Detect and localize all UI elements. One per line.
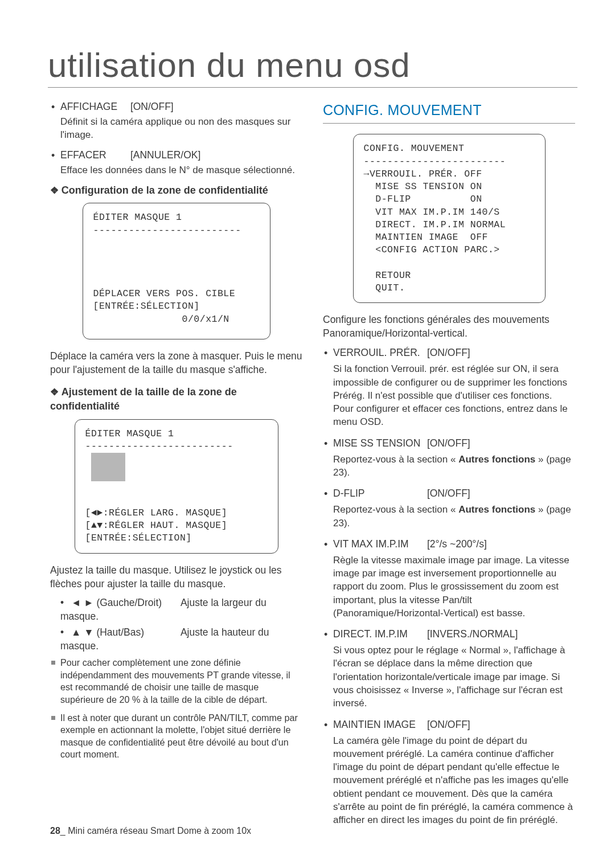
option-value: [ON/OFF]	[427, 718, 470, 732]
page-footer: 28_ Mini caméra réseau Smart Dome à zoom…	[50, 826, 251, 836]
opt-dflip: D-FLIP [ON/OFF]	[323, 487, 575, 501]
control-row: ◄ ► (Gauche/Droit) Ajuste la largeur du …	[50, 596, 302, 624]
osd-row: <CONFIG ACTION PARC.>	[364, 244, 500, 255]
option-value: [ON/OFF]	[130, 100, 174, 114]
ref-pre: Reportez-vous à la section «	[333, 454, 458, 465]
opt-verrouil: VERROUIL. PRÉR. [ON/OFF]	[323, 346, 575, 360]
option-desc: Définit si la caméra applique ou non des…	[60, 115, 302, 142]
osd-box-edit-mask-move: ÉDITER MASQUE 1 ------------------------…	[83, 203, 270, 339]
osd-sep: ------------------------	[364, 156, 506, 167]
option-value: [2°/s ~200°/s]	[427, 538, 487, 551]
footer-sep: _	[60, 826, 65, 836]
section-intro: Configure les fonctions générales des mo…	[323, 313, 575, 341]
opt-mise-ss-tension: MISE SS TENSION [ON/OFF]	[323, 437, 575, 451]
page-number: 28	[50, 826, 60, 836]
option-desc: Règle la vitesse maximale image par imag…	[333, 554, 575, 620]
opt-affichage: AFFICHAGE [ON/OFF]	[50, 100, 302, 114]
osd-box-edit-mask-size: ÉDITER MASQUE 1 ------------------------…	[75, 419, 278, 554]
option-name: MISE SS TENSION	[333, 437, 424, 451]
footer-text: Mini caméra réseau Smart Dome à zoom 10x	[68, 826, 251, 836]
osd-line: [▲▼:RÉGLER HAUT. MASQUE]	[85, 520, 228, 531]
option-desc: Reportez-vous à la section « Autres fonc…	[333, 453, 575, 480]
option-desc: La caméra gèle l'image du point de dépar…	[333, 734, 575, 827]
osd-box-config-mouvement: CONFIG. MOUVEMENT ----------------------…	[353, 134, 546, 303]
right-column: CONFIG. MOUVEMENT CONFIG. MOUVEMENT ----…	[323, 100, 575, 835]
mask-preview-icon	[91, 453, 125, 481]
option-value: [INVERS./NORMAL]	[427, 628, 518, 641]
note-item: Pour cacher complètement une zone défini…	[50, 657, 302, 706]
option-name: D-FLIP	[333, 487, 424, 501]
opt-vitmax: VIT MAX IM.P.IM [2°/s ~200°/s]	[323, 538, 575, 551]
option-value: [ON/OFF]	[427, 487, 470, 501]
control-keys: ◄ ► (Gauche/Droit)	[71, 596, 178, 610]
osd-line: DÉPLACER VERS POS. CIBLE	[93, 288, 236, 299]
control-keys: ▲ ▼ (Haut/Bas)	[71, 626, 178, 640]
osd-line: [ENTRÉE:SÉLECTION]	[85, 533, 192, 543]
opt-effacer: EFFACER [ANNULER/OK]	[50, 149, 302, 162]
subsection-title: Ajustement de la taille de la zone de co…	[50, 385, 302, 413]
page-title: utilisation du menu osd	[48, 46, 577, 88]
ref-bold: Autres fonctions	[458, 504, 535, 515]
osd-line: 0/0/x1/N	[93, 314, 229, 325]
osd-line: [◄►:RÉGLER LARG. MASQUE]	[85, 507, 228, 518]
opt-direct: DIRECT. IM.P.IM [INVERS./NORMAL]	[323, 628, 575, 641]
option-name: DIRECT. IM.P.IM	[333, 628, 424, 641]
option-desc: Reportez-vous à la section « Autres fonc…	[333, 503, 575, 530]
osd-row: MAINTIEN IMAGE OFF	[364, 232, 488, 243]
osd-row: D-FLIP ON	[364, 194, 482, 204]
option-name: VERROUIL. PRÉR.	[333, 346, 424, 360]
option-name: MAINTIEN IMAGE	[333, 718, 424, 732]
osd-sep: -------------------------	[85, 441, 233, 452]
option-desc: Efface les données dans le N° de masque …	[60, 163, 302, 177]
osd-row: QUIT.	[364, 282, 405, 293]
osd-row: VIT MAX IM.P.IM 140/S	[364, 207, 500, 218]
option-name: VIT MAX IM.P.IM	[333, 538, 424, 551]
osd-line: [ENTRÉE:SÉLECTION]	[93, 301, 200, 312]
opt-maintien: MAINTIEN IMAGE [ON/OFF]	[323, 718, 575, 732]
note-item: Il est à noter que durant un contrôle PA…	[50, 712, 302, 761]
osd-desc: Ajustez la taille du masque. Utilisez le…	[50, 564, 302, 591]
osd-desc: Déplace la caméra vers la zone à masquer…	[50, 350, 302, 377]
control-row: ▲ ▼ (Haut/Bas) Ajuste la hauteur du masq…	[50, 626, 302, 653]
left-column: AFFICHAGE [ON/OFF] Définit si la caméra …	[50, 100, 302, 835]
option-value: [ON/OFF]	[427, 346, 470, 360]
osd-row: MISE SS TENSION ON	[364, 181, 482, 192]
osd-title: CONFIG. MOUVEMENT	[364, 143, 465, 154]
option-desc: Si la fonction Verrouil. prér. est réglé…	[333, 362, 575, 428]
osd-row: →VERROUIL. PRÉR. OFF	[364, 169, 482, 179]
osd-title: ÉDITER MASQUE 1	[85, 428, 174, 439]
option-desc: Si vous optez pour le réglage « Normal »…	[333, 644, 575, 710]
option-value: [ON/OFF]	[427, 437, 470, 451]
option-value: [ANNULER/OK]	[130, 149, 201, 162]
ref-bold: Autres fonctions	[458, 454, 535, 465]
osd-row: DIRECT. IM.P.IM NORMAL	[364, 219, 506, 230]
osd-sep: -------------------------	[93, 225, 241, 236]
option-name: EFFACER	[60, 149, 128, 162]
osd-title: ÉDITER MASQUE 1	[93, 212, 182, 223]
subsection-title: Configuration de la zone de confidential…	[50, 183, 302, 198]
ref-pre: Reportez-vous à la section «	[333, 504, 458, 515]
option-name: AFFICHAGE	[60, 100, 128, 114]
section-heading: CONFIG. MOUVEMENT	[323, 100, 575, 124]
osd-row: RETOUR	[364, 270, 411, 281]
